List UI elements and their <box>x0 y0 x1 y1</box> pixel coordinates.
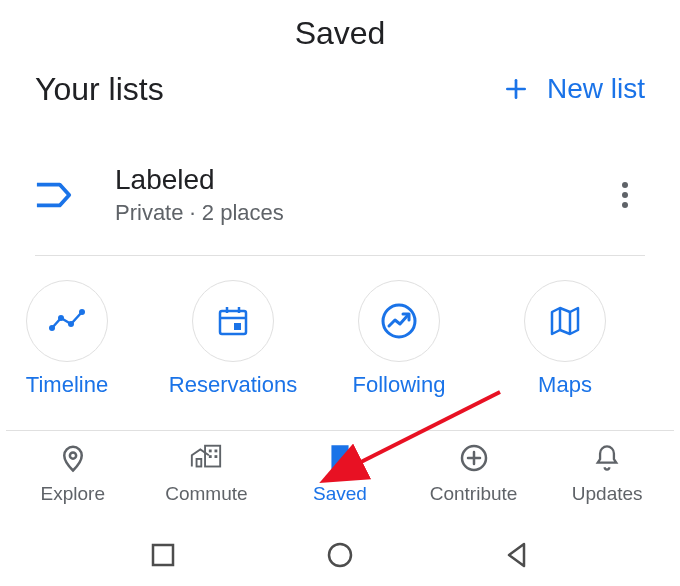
svg-rect-22 <box>215 455 218 458</box>
new-list-label: New list <box>547 73 645 105</box>
list-meta: Private · 2 places <box>115 200 605 226</box>
svg-point-2 <box>622 182 628 188</box>
calendar-icon <box>192 280 274 362</box>
svg-rect-27 <box>153 545 173 565</box>
system-back-button[interactable] <box>504 541 530 569</box>
system-nav-bar <box>0 530 680 580</box>
list-name: Labeled <box>115 164 605 196</box>
svg-rect-13 <box>234 323 241 330</box>
shortcut-timeline[interactable]: Timeline <box>12 280 122 398</box>
tab-label: Explore <box>41 483 105 505</box>
svg-point-4 <box>622 202 628 208</box>
svg-point-17 <box>70 452 76 458</box>
svg-rect-19 <box>209 449 212 452</box>
shortcut-label: Following <box>353 372 446 398</box>
new-list-button[interactable]: New list <box>503 73 645 105</box>
tab-contribute[interactable]: Contribute <box>407 443 541 505</box>
following-icon <box>358 280 440 362</box>
tab-saved[interactable]: Saved <box>273 443 407 505</box>
bell-icon <box>593 443 621 477</box>
tab-explore[interactable]: Explore <box>6 443 140 505</box>
svg-point-6 <box>58 315 64 321</box>
map-icon <box>524 280 606 362</box>
svg-rect-9 <box>220 311 246 334</box>
svg-rect-20 <box>215 449 218 452</box>
bottom-nav: Explore Commute Saved <box>6 430 674 516</box>
page-title: Saved <box>0 15 680 52</box>
tab-label: Updates <box>572 483 643 505</box>
shortcut-label: Reservations <box>169 372 297 398</box>
svg-rect-23 <box>197 458 202 466</box>
system-overview-button[interactable] <box>150 542 176 568</box>
svg-point-7 <box>68 321 74 327</box>
svg-point-8 <box>79 309 85 315</box>
svg-point-14 <box>383 305 415 337</box>
svg-rect-21 <box>209 455 212 458</box>
shortcut-label: Maps <box>538 372 592 398</box>
tab-label: Contribute <box>430 483 518 505</box>
plus-icon <box>503 76 529 102</box>
bookmark-icon <box>327 443 353 477</box>
label-tag-icon <box>35 180 95 210</box>
timeline-icon <box>26 280 108 362</box>
your-lists-title: Your lists <box>35 71 164 108</box>
svg-rect-18 <box>205 445 220 466</box>
shortcut-following[interactable]: Following <box>344 280 454 398</box>
tab-commute[interactable]: Commute <box>140 443 274 505</box>
shortcut-maps[interactable]: Maps <box>510 280 620 398</box>
tab-updates[interactable]: Updates <box>540 443 674 505</box>
system-home-button[interactable] <box>326 541 354 569</box>
tab-label: Commute <box>165 483 247 505</box>
commute-icon <box>189 443 223 477</box>
list-overflow-menu[interactable] <box>605 175 645 215</box>
pin-icon <box>58 443 88 477</box>
list-item-labeled[interactable]: Labeled Private · 2 places <box>35 155 645 235</box>
plus-circle-icon <box>459 443 489 477</box>
divider <box>35 255 645 256</box>
tab-label: Saved <box>313 483 367 505</box>
shortcut-label: Timeline <box>26 372 108 398</box>
shortcut-reservations[interactable]: Reservations <box>178 280 288 398</box>
svg-point-3 <box>622 192 628 198</box>
svg-point-28 <box>329 544 351 566</box>
svg-point-5 <box>49 325 55 331</box>
